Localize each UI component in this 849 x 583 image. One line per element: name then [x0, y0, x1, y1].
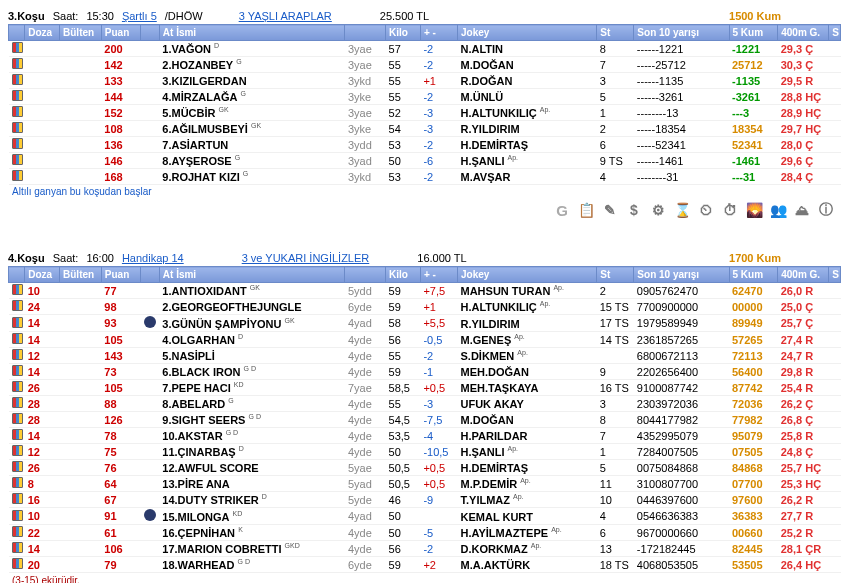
horse-name-cell[interactable]: 8.ABELARD G	[159, 396, 345, 412]
table-row[interactable]: 2001.VAĞON D3yae57-2N.ALTIN 8------1221-…	[9, 41, 841, 57]
jokey-cell[interactable]: M.GENEŞ Ap.	[458, 332, 597, 348]
jokey-cell[interactable]: M.DOĞAN	[458, 57, 597, 73]
book-icon[interactable]	[12, 526, 23, 537]
book-icon[interactable]	[12, 74, 23, 85]
horse-name-cell[interactable]: 9.ROJHAT KIZI G	[159, 169, 345, 185]
horse-name-cell[interactable]: 13.PİRE ANA	[159, 476, 345, 492]
table-row[interactable]: 1333.KIZILGERDAN 3ykd55+1R.DOĞAN 3------…	[9, 73, 841, 89]
book-icon[interactable]	[12, 365, 23, 376]
tool-icon[interactable]: 👥	[769, 201, 787, 219]
col-doza[interactable]: Doza	[25, 25, 60, 41]
col-st[interactable]: St	[597, 267, 634, 283]
col-jokey[interactable]: Jokey	[458, 25, 597, 41]
col-kum5[interactable]: 5 Kum	[729, 267, 778, 283]
tool-icon[interactable]: $	[625, 201, 643, 219]
col-kum5[interactable]: 5 Kum	[729, 25, 778, 41]
category-link[interactable]: 3 YAŞLI ARAPLAR	[239, 10, 332, 22]
book-icon[interactable]	[12, 106, 23, 117]
col-pm[interactable]: + -	[420, 267, 457, 283]
table-row[interactable]: 10771.ANTIOXIDANT GK5ydd59+7,5MAHSUN TUR…	[9, 283, 841, 299]
horse-name-cell[interactable]: 10.AKSTAR G D	[159, 428, 345, 444]
book-icon[interactable]	[12, 558, 23, 569]
book-icon[interactable]	[12, 477, 23, 488]
col-doza[interactable]: Doza	[25, 267, 60, 283]
table-row[interactable]: 261057.PEPE HACI KD7yae58,5+0,5MEH.TAŞKA…	[9, 380, 841, 396]
table-row[interactable]: 147810.AKSTAR G D4yde53,5-4H.PARILDAR 74…	[9, 428, 841, 444]
tool-icon[interactable]: 🌄	[745, 201, 763, 219]
jokey-cell[interactable]: KEMAL KURT	[458, 508, 597, 525]
book-icon[interactable]	[12, 542, 23, 553]
horse-name-cell[interactable]: 1.ANTIOXIDANT GK	[159, 283, 345, 299]
book-icon[interactable]	[12, 42, 23, 53]
col-kilo[interactable]: Kilo	[386, 25, 421, 41]
table-row[interactable]: 28888.ABELARD G4yde55-3UFUK AKAY 3230397…	[9, 396, 841, 412]
category-link[interactable]: 3 ve YUKARI İNGİLİZLER	[242, 252, 370, 264]
table-row[interactable]: 86413.PİRE ANA 5yad50,5+0,5M.P.DEMİR Ap.…	[9, 476, 841, 492]
condition-link[interactable]: Handikap 14	[122, 252, 184, 264]
book-icon[interactable]	[12, 381, 23, 392]
book-icon[interactable]	[12, 397, 23, 408]
col-bulten[interactable]: Bülten	[60, 25, 102, 41]
jokey-cell[interactable]: H.AYİLMAZTEPE Ap.	[458, 525, 597, 541]
table-row[interactable]: 1367.ASİARTUN 3ydd53-2H.DEMİRTAŞ 6-----5…	[9, 137, 841, 153]
horse-name-cell[interactable]: 12.AWFUL SCORE	[159, 460, 345, 476]
jokey-cell[interactable]: M.DOĞAN	[458, 412, 597, 428]
table-row[interactable]: 14736.BLACK IRON G D4yde59-1MEH.DOĞAN 92…	[9, 364, 841, 380]
table-row[interactable]: 166714.DUTY STRIKER D5yde46-9T.YILMAZ Ap…	[9, 492, 841, 508]
book-icon[interactable]	[12, 122, 23, 133]
col-g400[interactable]: 400m G.	[778, 25, 829, 41]
horse-name-cell[interactable]: 2.HOZANBEY G	[159, 57, 345, 73]
jokey-cell[interactable]: M.AVŞAR	[458, 169, 597, 185]
table-row[interactable]: 24982.GEORGEOFTHEJUNGLE 6yde59+1H.ALTUNK…	[9, 299, 841, 315]
book-icon[interactable]	[12, 317, 23, 328]
book-icon[interactable]	[12, 170, 23, 181]
table-row[interactable]: 1468.AYŞEROSE G3yad50-6H.ŞANLI Ap.9 TS--…	[9, 153, 841, 169]
jokey-cell[interactable]: M.ÜNLÜ	[458, 89, 597, 105]
jokey-cell[interactable]: MAHSUN TURAN Ap.	[458, 283, 597, 299]
book-icon[interactable]	[12, 413, 23, 424]
horse-name-cell[interactable]: 16.ÇEPNİHAN K	[159, 525, 345, 541]
horse-name-cell[interactable]: 3.KIZILGERDAN	[159, 73, 345, 89]
jokey-cell[interactable]: D.KORKMAZ Ap.	[458, 541, 597, 557]
book-icon[interactable]	[12, 300, 23, 311]
horse-name-cell[interactable]: 2.GEORGEOFTHEJUNGLE	[159, 299, 345, 315]
horse-name-cell[interactable]: 18.WARHEAD G D	[159, 557, 345, 573]
jokey-cell[interactable]: H.DEMİRTAŞ	[458, 137, 597, 153]
horse-name-cell[interactable]: 4.OLGARHAN D	[159, 332, 345, 348]
jokey-cell[interactable]: H.ALTUNKILIÇ Ap.	[458, 299, 597, 315]
horse-name-cell[interactable]: 17.MARION COBRETTI GKD	[159, 541, 345, 557]
jokey-cell[interactable]: H.DEMİRTAŞ	[458, 460, 597, 476]
table-row[interactable]: 226116.ÇEPNİHAN K4yde50-5H.AYİLMAZTEPE A…	[9, 525, 841, 541]
horse-name-cell[interactable]: 1.VAĞON D	[159, 41, 345, 57]
book-icon[interactable]	[12, 333, 23, 344]
horse-name-cell[interactable]: 8.AYŞEROSE G	[159, 153, 345, 169]
tool-icon[interactable]: ⏱	[721, 201, 739, 219]
jokey-cell[interactable]: H.ŞANLI Ap.	[458, 444, 597, 460]
horse-name-cell[interactable]: 9.SIGHT SEERS G D	[159, 412, 345, 428]
horse-name-cell[interactable]: 4.MİRZALAĞA G	[159, 89, 345, 105]
jokey-cell[interactable]: R.YILDIRIM	[458, 315, 597, 332]
horse-name-cell[interactable]: 7.PEPE HACI KD	[159, 380, 345, 396]
table-row[interactable]: 281269.SIGHT SEERS G D4yde54,5-7,5M.DOĞA…	[9, 412, 841, 428]
book-icon[interactable]	[12, 349, 23, 360]
table-row[interactable]: 267612.AWFUL SCORE 5yae50,5+0,5H.DEMİRTA…	[9, 460, 841, 476]
jokey-cell[interactable]: N.ALTIN	[458, 41, 597, 57]
col-bulten[interactable]: Bülten	[60, 267, 102, 283]
tool-icon[interactable]: ⌛	[673, 201, 691, 219]
book-icon[interactable]	[12, 493, 23, 504]
book-icon[interactable]	[12, 58, 23, 69]
jokey-cell[interactable]: H.ALTUNKILIÇ Ap.	[458, 105, 597, 121]
table-row[interactable]: 1444.MİRZALAĞA G3yke55-2M.ÜNLÜ 5------32…	[9, 89, 841, 105]
table-row[interactable]: 1689.ROJHAT KIZI G3ykd53-2M.AVŞAR 4-----…	[9, 169, 841, 185]
tool-icon[interactable]: ⓘ	[817, 201, 835, 219]
book-icon[interactable]	[12, 138, 23, 149]
col-g400[interactable]: 400m G.	[778, 267, 829, 283]
col-jokey[interactable]: Jokey	[458, 267, 597, 283]
jokey-cell[interactable]: T.YILMAZ Ap.	[458, 492, 597, 508]
horse-name-cell[interactable]: 11.ÇINARBAŞ D	[159, 444, 345, 460]
table-row[interactable]: 14933.GÜNÜN ŞAMPİYONU GK4yad58+5,5R.YILD…	[9, 315, 841, 332]
table-row[interactable]: 207918.WARHEAD G D6yde59+2M.A.AKTÜRK 18 …	[9, 557, 841, 573]
jokey-cell[interactable]: M.A.AKTÜRK	[458, 557, 597, 573]
jokey-cell[interactable]: M.P.DEMİR Ap.	[458, 476, 597, 492]
col-atismi[interactable]: At İsmi	[159, 267, 345, 283]
